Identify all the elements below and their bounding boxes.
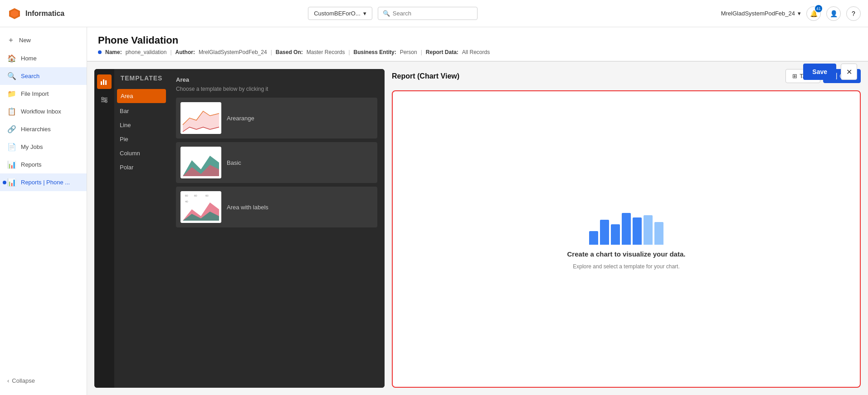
help-icon: ? xyxy=(852,10,855,17)
sidebar-bottom: ‹ Collapse xyxy=(0,374,87,391)
topnav-center: CustomBEForO... ▾ 🔍 xyxy=(70,7,715,20)
main-layout: ＋ New 🏠 Home 🔍 Search 📁 File Import 📋 Wo… xyxy=(0,27,868,395)
template-nav-polar[interactable]: Polar xyxy=(114,160,169,174)
table-icon: ⊞ xyxy=(792,73,797,79)
template-card-basic[interactable]: Basic xyxy=(176,142,377,183)
sidebar-item-workflow-inbox[interactable]: 📋 Workflow Inbox xyxy=(0,103,87,120)
sidebar-item-search-label: Search xyxy=(21,73,39,79)
author-value: MrelGladSystemPodFeb_24 xyxy=(199,49,267,55)
search-icon: 🔍 xyxy=(7,72,16,80)
collapse-arrow-icon: ‹ xyxy=(7,377,9,384)
bar-4 xyxy=(622,213,631,245)
name-label: Name: xyxy=(105,49,122,55)
report-data-label: Report Data: xyxy=(426,49,458,55)
sidebar-item-hierarchies[interactable]: 🔗 Hierarchies xyxy=(0,120,87,138)
sidebar-item-reports[interactable]: 📊 Reports xyxy=(0,156,87,173)
basic-label: Basic xyxy=(227,159,241,166)
global-search-box: 🔍 xyxy=(378,7,478,20)
template-card-arearange[interactable]: Arearange xyxy=(176,98,377,138)
bar-3 xyxy=(611,224,620,245)
svg-point-9 xyxy=(104,99,106,101)
sidebar-item-home-label: Home xyxy=(21,55,37,62)
logo-area: Informatica xyxy=(7,6,64,21)
user-label: MrelGladSystemPodFeb_24 xyxy=(721,10,795,17)
sidebar-item-file-import[interactable]: 📁 File Import xyxy=(0,85,87,103)
template-nav-pie[interactable]: Pie xyxy=(114,132,169,146)
page-title: Phone Validation xyxy=(98,35,857,46)
bar-chart-icon xyxy=(100,78,108,86)
based-on-value: Master Records xyxy=(307,49,345,55)
empty-state-title: Create a chart to visualize your data. xyxy=(567,250,686,258)
global-search-input[interactable] xyxy=(393,10,473,17)
reports-phone-icon: 📊 xyxy=(7,178,16,187)
content-area: Phone Validation Name: phone_validation … xyxy=(87,27,868,395)
svg-text:60: 60 xyxy=(205,194,209,197)
home-icon: 🏠 xyxy=(7,54,16,63)
meta-dot xyxy=(98,50,102,54)
app-name: Informatica xyxy=(25,10,64,18)
section-subtitle: Choose a template below by clicking it xyxy=(176,86,377,92)
sidebar-item-my-jobs[interactable]: 📄 My Jobs xyxy=(0,138,87,156)
sidebar-item-new-label: New xyxy=(19,37,31,44)
svg-rect-2 xyxy=(101,81,102,85)
chart-bars-illustration xyxy=(589,208,663,245)
bar-2 xyxy=(600,220,609,245)
svg-point-10 xyxy=(105,101,107,103)
workflow-inbox-icon: 📋 xyxy=(7,107,16,116)
sidebar-item-home[interactable]: 🏠 Home xyxy=(0,49,87,67)
template-card-area-with-labels[interactable]: 60 60 60 40 Area with labels xyxy=(176,187,377,227)
topnav-right: MrelGladSystemPodFeb_24 ▾ 🔔 41 👤 ? xyxy=(721,6,861,21)
bar-6 xyxy=(644,215,653,245)
template-gallery: Area Choose a template below by clicking… xyxy=(169,69,385,388)
user-icon: 👤 xyxy=(830,10,838,17)
chart-type-icon[interactable] xyxy=(97,74,112,89)
close-button[interactable]: ✕ xyxy=(841,64,857,80)
template-nav-column[interactable]: Column xyxy=(114,146,169,160)
sidebar-item-search[interactable]: 🔍 Search xyxy=(0,67,87,85)
header-actions: Save ✕ xyxy=(803,64,857,80)
empty-state-subtitle: Explore and select a template for your c… xyxy=(573,263,679,270)
help-button[interactable]: ? xyxy=(846,6,861,21)
chart-empty-state: Create a chart to visualize your data. E… xyxy=(392,90,861,388)
template-nav-area[interactable]: Area xyxy=(117,89,166,103)
sidebar-item-reports-phone[interactable]: 📊 Reports | Phone ... xyxy=(0,173,87,191)
user-chevron-icon: ▾ xyxy=(798,10,801,17)
notifications-button[interactable]: 🔔 41 xyxy=(806,6,821,21)
name-value: phone_validation xyxy=(126,49,167,55)
bar-1 xyxy=(589,231,598,245)
sidebar-item-hierarchies-label: Hierarchies xyxy=(21,126,51,133)
bar-5 xyxy=(633,217,642,245)
area-with-labels-label: Area with labels xyxy=(227,204,268,211)
arearange-preview-svg xyxy=(180,102,221,134)
template-nav-bar[interactable]: Bar xyxy=(114,104,169,118)
chart-panel-header: Report (Chart View) ⊞ Table 📊 Chart xyxy=(392,69,861,83)
sidebar-item-my-jobs-label: My Jobs xyxy=(21,143,43,150)
area-with-labels-preview-svg: 60 60 60 40 xyxy=(180,191,221,223)
svg-text:60: 60 xyxy=(194,194,197,197)
plus-icon: ＋ xyxy=(7,35,15,45)
workspace-label: CustomBEForO... xyxy=(314,10,361,17)
topnav: Informatica CustomBEForO... ▾ 🔍 MrelGlad… xyxy=(0,0,868,27)
collapse-label: Collapse xyxy=(12,377,35,384)
sidebar-item-reports-label: Reports xyxy=(21,161,42,168)
collapse-button[interactable]: ‹ Collapse xyxy=(7,377,79,384)
save-button[interactable]: Save xyxy=(803,64,836,80)
templates-title: TEMPLATES xyxy=(114,74,169,82)
basic-preview-svg xyxy=(180,147,221,178)
chart-panel: Report (Chart View) ⊞ Table 📊 Chart xyxy=(385,62,868,395)
svg-point-8 xyxy=(102,97,103,99)
user-avatar-button[interactable]: 👤 xyxy=(826,6,841,21)
notification-badge: 41 xyxy=(815,5,822,12)
svg-rect-4 xyxy=(105,80,107,85)
settings-icon-item[interactable] xyxy=(97,93,112,107)
template-type-nav: TEMPLATES Area Bar Line Pie Column Polar xyxy=(114,69,169,388)
svg-text:60: 60 xyxy=(185,194,188,197)
sidebar-item-new[interactable]: ＋ New xyxy=(0,31,87,49)
based-on-label: Based On: xyxy=(276,49,303,55)
close-icon: ✕ xyxy=(846,68,852,76)
workspace-dropdown[interactable]: CustomBEForO... ▾ xyxy=(308,7,372,20)
area-with-labels-thumbnail: 60 60 60 40 xyxy=(180,191,221,223)
basic-thumbnail xyxy=(180,147,221,178)
user-menu[interactable]: MrelGladSystemPodFeb_24 ▾ xyxy=(721,10,801,17)
template-nav-line[interactable]: Line xyxy=(114,118,169,132)
